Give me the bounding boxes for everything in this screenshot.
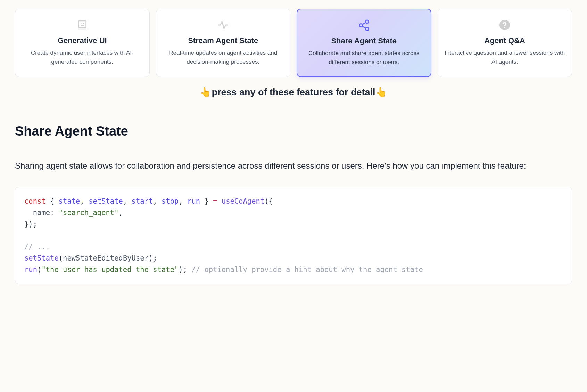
- code-identifier: setState: [89, 197, 123, 205]
- code-string: "the user has updated the state": [41, 265, 179, 274]
- code-identifier: stop: [162, 197, 179, 205]
- section-title: Share Agent State: [15, 124, 572, 139]
- code-comment: // optionally provide a hint about why t…: [191, 265, 423, 274]
- hint-text: 👆press any of these features for detail👆: [15, 87, 572, 98]
- code-property: name: [33, 208, 50, 217]
- feature-card-title: Share Agent State: [331, 36, 397, 45]
- feature-card-title: Generative UI: [58, 36, 107, 45]
- feature-card-share-agent-state[interactable]: Share Agent State Collaborate and share …: [297, 9, 431, 77]
- feature-card-title: Stream Agent State: [188, 36, 258, 45]
- feature-card-agent-qa[interactable]: Agent Q&A Interactive question and answe…: [438, 9, 572, 77]
- share-icon: [357, 18, 371, 32]
- svg-point-11: [504, 27, 505, 28]
- feature-card-description: Interactive question and answer sessions…: [444, 49, 566, 66]
- code-argument: newStateEditedByUser: [63, 254, 149, 262]
- robot-icon: [75, 18, 89, 32]
- feature-cards-row: Generative UI Create dynamic user interf…: [15, 9, 572, 77]
- svg-line-9: [362, 26, 366, 28]
- code-string: "search_agent": [59, 208, 119, 217]
- code-function: setState: [24, 254, 59, 262]
- feature-card-description: Real-time updates on agent activities an…: [163, 49, 284, 66]
- feature-card-title: Agent Q&A: [485, 36, 525, 45]
- question-icon: [498, 18, 512, 32]
- code-identifier: run: [187, 197, 200, 205]
- code-comment: // ...: [24, 242, 50, 251]
- feature-card-description: Collaborate and share agent states acros…: [304, 49, 424, 67]
- svg-rect-0: [78, 21, 86, 28]
- svg-line-8: [362, 23, 366, 25]
- svg-point-1: [81, 23, 82, 24]
- code-keyword: const: [24, 197, 46, 205]
- code-function: run: [24, 265, 37, 274]
- code-block: const { state, setState, start, stop, ru…: [15, 187, 572, 284]
- activity-icon: [216, 18, 230, 32]
- feature-card-description: Create dynamic user interfaces with AI-g…: [22, 49, 143, 66]
- section-description: Sharing agent state allows for collabora…: [15, 158, 572, 174]
- feature-card-generative-ui[interactable]: Generative UI Create dynamic user interf…: [15, 9, 150, 77]
- code-identifier: state: [59, 197, 80, 205]
- code-function: useCoAgent: [222, 197, 264, 205]
- feature-card-stream-agent-state[interactable]: Stream Agent State Real-time updates on …: [156, 9, 291, 77]
- code-pre: const { state, setState, start, stop, ru…: [24, 196, 563, 275]
- svg-point-2: [83, 23, 84, 24]
- code-identifier: start: [132, 197, 153, 205]
